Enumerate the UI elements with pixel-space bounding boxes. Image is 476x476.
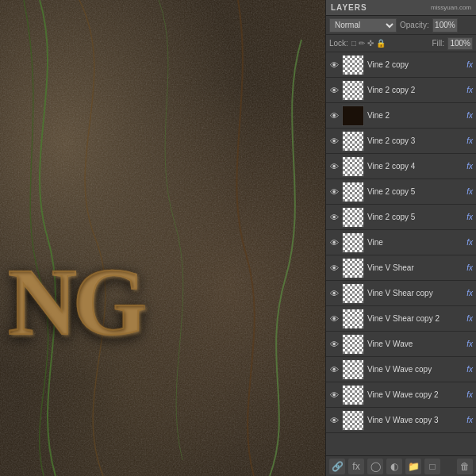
layer-item[interactable]: 👁Vine V Shear copy 2fx	[326, 306, 476, 332]
layer-name: Vine 2 copy 5	[366, 187, 465, 196]
layer-fx-badge: fx	[466, 390, 473, 399]
layer-visibility-toggle[interactable]: 👁	[328, 160, 340, 173]
layer-thumbnail	[342, 131, 364, 152]
layer-fx-badge: fx	[466, 238, 473, 247]
layer-name: Vine 2	[366, 111, 465, 120]
layer-fx-badge: fx	[466, 136, 473, 145]
fill-input[interactable]	[447, 37, 473, 50]
panel-title: LAYERS	[331, 3, 367, 12]
layer-fx-badge: fx	[466, 111, 473, 120]
layer-name: Vine 2 copy 2	[366, 86, 465, 94]
layer-fx-badge: fx	[466, 213, 473, 221]
layer-item[interactable]: 👁Vine V Wave copy 3fx	[326, 408, 476, 433]
layer-item[interactable]: 👁Vine 2 copy 3fx	[326, 129, 476, 154]
blend-opacity-row: Normal Opacity:	[326, 16, 476, 35]
canvas-text: NG	[8, 248, 143, 357]
layer-fx-badge: fx	[466, 289, 473, 298]
layer-item[interactable]: 👁Vine 2 copyfx	[326, 52, 476, 78]
new-layer-button[interactable]: □	[424, 459, 440, 474]
layer-item[interactable]: 👁Vinefx	[326, 230, 476, 255]
canvas-area: NG	[0, 0, 325, 476]
layer-visibility-toggle[interactable]: 👁	[328, 389, 340, 401]
layer-name: Vine 2 copy 4	[366, 162, 465, 171]
layer-thumbnail	[342, 258, 364, 278]
layer-fx-badge: fx	[466, 314, 473, 323]
lock-label: Lock:	[329, 39, 348, 48]
opacity-label: Opacity:	[400, 21, 429, 29]
layer-visibility-toggle[interactable]: 👁	[328, 186, 340, 198]
layer-fx-badge: fx	[466, 416, 473, 424]
layer-visibility-toggle[interactable]: 👁	[328, 236, 340, 249]
layer-name: Vine 2 copy	[366, 60, 465, 69]
fill-label: Fill:	[432, 39, 444, 48]
svg-rect-0	[0, 0, 325, 476]
layer-visibility-toggle[interactable]: 👁	[328, 287, 340, 300]
layer-visibility-toggle[interactable]: 👁	[328, 363, 340, 376]
layer-item[interactable]: 👁Vine 2 copy 5fx	[326, 179, 476, 205]
link-layers-button[interactable]: 🔗	[329, 459, 345, 474]
layer-visibility-toggle[interactable]: 👁	[328, 338, 340, 351]
delete-layer-button[interactable]: 🗑	[457, 459, 473, 474]
layer-visibility-toggle[interactable]: 👁	[328, 211, 340, 224]
adjustment-button[interactable]: ◐	[386, 459, 402, 474]
layer-fx-badge: fx	[466, 187, 473, 196]
layer-thumbnail	[342, 80, 364, 101]
layer-item[interactable]: 👁Vine V Shear copyfx	[326, 281, 476, 306]
layer-item[interactable]: 👁Vine 2 copy 4fx	[326, 154, 476, 179]
new-group-button[interactable]: 📁	[405, 459, 421, 474]
layer-item[interactable]: 👁Vine 2fx	[326, 103, 476, 129]
layer-fx-badge: fx	[466, 263, 473, 272]
layer-thumbnail	[342, 207, 364, 228]
layer-item[interactable]: 👁Vine V Wavefx	[326, 332, 476, 357]
layer-visibility-toggle[interactable]: 👁	[328, 84, 340, 97]
texture-overlay	[0, 0, 325, 476]
layer-thumbnail	[342, 309, 364, 329]
layer-visibility-toggle[interactable]: 👁	[328, 262, 340, 274]
layer-name: Vine V Wave	[366, 340, 465, 348]
layer-name: Vine V Wave copy 3	[366, 416, 465, 424]
layers-list: 👁Vine 2 copyfx👁Vine 2 copy 2fx👁Vine 2fx👁…	[326, 52, 476, 455]
layer-thumbnail	[342, 410, 364, 431]
layer-name: Vine V Shear	[366, 263, 465, 272]
lock-position-icon[interactable]: ✜	[367, 39, 374, 48]
layer-fx-badge: fx	[466, 86, 473, 94]
lock-paint-icon[interactable]: ✏	[359, 39, 365, 48]
lock-all-icon[interactable]: 🔒	[376, 39, 386, 48]
lock-fill-row: Lock: □ ✏ ✜ 🔒 Fill:	[326, 35, 476, 52]
layer-item[interactable]: 👁Vine V Shearfx	[326, 255, 476, 281]
layer-visibility-toggle[interactable]: 👁	[328, 313, 340, 325]
fx-button[interactable]: fx	[348, 459, 364, 474]
watermark: missyuan.com	[431, 4, 471, 11]
lock-icons: □ ✏ ✜ 🔒	[351, 39, 386, 48]
layer-visibility-toggle[interactable]: 👁	[328, 109, 340, 122]
layer-fx-badge: fx	[466, 162, 473, 171]
mask-button[interactable]: ◯	[367, 459, 383, 474]
layer-visibility-toggle[interactable]: 👁	[328, 135, 340, 148]
layer-item[interactable]: 👁Vine 2 copy 5fx	[326, 205, 476, 230]
blend-mode-select[interactable]: Normal	[329, 18, 397, 33]
layer-visibility-toggle[interactable]: 👁	[328, 414, 340, 427]
layer-fx-badge: fx	[466, 340, 473, 348]
layer-item[interactable]: 👁Vine V Wave copy 2fx	[326, 382, 476, 408]
lock-transparent-icon[interactable]: □	[351, 39, 356, 48]
layer-thumbnail	[342, 106, 364, 126]
layer-item[interactable]: 👁Vine V Wave copyfx	[326, 357, 476, 382]
stone-background: NG	[0, 0, 325, 476]
panel-header: LAYERS missyuan.com	[326, 0, 476, 16]
layer-name: Vine 2 copy 3	[366, 136, 465, 145]
layer-visibility-toggle[interactable]: 👁	[328, 59, 340, 71]
layer-thumbnail	[342, 359, 364, 380]
layer-thumbnail	[342, 232, 364, 253]
opacity-input[interactable]	[432, 18, 458, 33]
layer-thumbnail	[342, 283, 364, 304]
layers-panel: LAYERS missyuan.com Normal Opacity: Lock…	[325, 0, 476, 476]
layer-item[interactable]: 👁Vine 2 copy 2fx	[326, 78, 476, 103]
layer-name: Vine V Shear copy 2	[366, 314, 465, 323]
layer-name: Vine V Wave copy 2	[366, 390, 465, 399]
layer-thumbnail	[342, 156, 364, 177]
layer-name: Vine V Wave copy	[366, 365, 465, 374]
layer-thumbnail	[342, 334, 364, 355]
panel-bottom: 🔗 fx ◯ ◐ 📁 □ 🗑	[326, 455, 476, 476]
layer-name: Vine	[366, 238, 465, 247]
main-container: NG LAYERS missyuan.com Normal Opacity: L…	[0, 0, 476, 476]
